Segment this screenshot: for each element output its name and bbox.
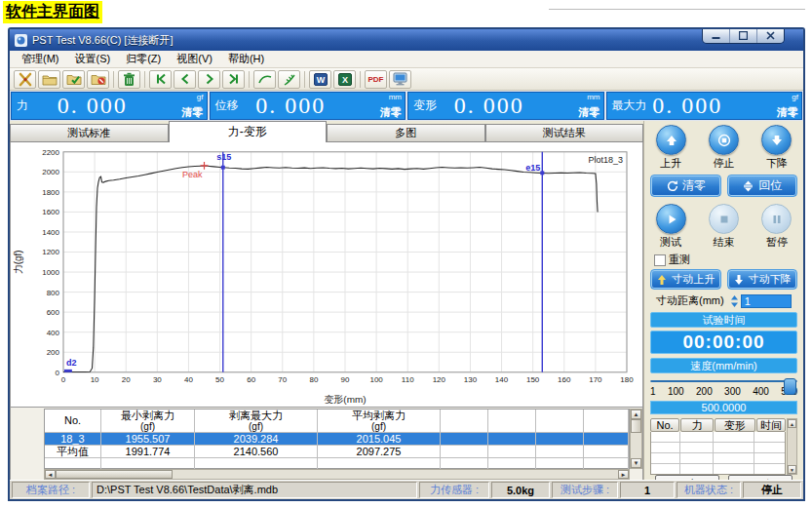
- machine-state-value: 停止: [743, 482, 801, 498]
- table-cell[interactable]: [488, 446, 536, 458]
- motion-stop-button[interactable]: [709, 125, 739, 155]
- move-down-label: 下降: [766, 156, 788, 171]
- table-cell[interactable]: [584, 446, 629, 458]
- deformation-zero-button[interactable]: 清零: [579, 106, 600, 118]
- zero-button[interactable]: 清零: [650, 175, 721, 197]
- tools-button[interactable]: [14, 70, 36, 89]
- inch-distance-input[interactable]: 1: [741, 294, 792, 308]
- home-button[interactable]: 回位: [727, 175, 798, 197]
- tab-test-standard[interactable]: 测试标准: [10, 124, 169, 142]
- slider-thumb[interactable]: [784, 378, 796, 395]
- down-arrow-icon: [770, 134, 784, 147]
- test-pause-button[interactable]: [761, 204, 792, 234]
- last-record-button[interactable]: [222, 70, 245, 89]
- speed-slider[interactable]: [650, 380, 797, 382]
- table-cell[interactable]: [536, 446, 584, 458]
- minimize-button[interactable]: [703, 29, 730, 43]
- scroll-down-icon[interactable]: ▼: [631, 458, 641, 468]
- scroll-up-icon[interactable]: ▲: [788, 419, 796, 428]
- app-window: PST Test V8.66(C) [连接断开] 管理(M) 设置(S) 归零(…: [8, 27, 805, 501]
- move-down-button[interactable]: [761, 125, 792, 155]
- test-start-button[interactable]: [656, 204, 686, 234]
- pause-icon: [770, 213, 784, 226]
- table-cell[interactable]: [536, 433, 584, 446]
- points-col-deformation[interactable]: 变形: [715, 418, 755, 432]
- tab-multi-plot[interactable]: 多图: [327, 124, 485, 142]
- points-col-force[interactable]: 力: [680, 418, 714, 432]
- svg-text:130: 130: [464, 375, 478, 384]
- excel-export-button[interactable]: X: [333, 70, 356, 89]
- svg-text:2200: 2200: [42, 148, 59, 157]
- table-cell[interactable]: 2015.045: [318, 433, 441, 446]
- scroll-down-icon[interactable]: ▼: [788, 465, 796, 474]
- table-cell[interactable]: 1991.774: [101, 446, 195, 458]
- next-record-icon: [204, 73, 215, 85]
- window-title: PST Test V8.66(C) [连接断开]: [32, 33, 173, 48]
- inch-distance-label: 寸动距离(mm): [656, 293, 724, 308]
- spinner-arrows[interactable]: [730, 294, 739, 308]
- scrollbar-thumb[interactable]: [631, 419, 641, 433]
- tab-test-result[interactable]: 测试结果: [485, 124, 644, 142]
- test-time-header: 试验时间: [650, 312, 797, 328]
- table-cell[interactable]: 18_3: [45, 433, 101, 446]
- table-cell[interactable]: [441, 446, 488, 458]
- table-cell[interactable]: 2097.275: [318, 446, 441, 458]
- menu-view[interactable]: 视图(V): [169, 51, 220, 67]
- horizontal-scrollbar[interactable]: ◄ ►: [44, 469, 630, 480]
- open-file-button[interactable]: [38, 70, 60, 89]
- displacement-zero-button[interactable]: 清零: [380, 106, 402, 118]
- monitor-button[interactable]: [389, 70, 411, 89]
- motion-stop-label: 停止: [714, 156, 735, 171]
- points-col-time[interactable]: 时间: [756, 418, 786, 432]
- menu-help[interactable]: 帮助(H): [220, 51, 272, 67]
- first-record-button[interactable]: [149, 70, 172, 89]
- file-close-button[interactable]: [87, 70, 109, 89]
- retest-checkbox[interactable]: [654, 254, 666, 266]
- scroll-left-icon[interactable]: ◄: [45, 470, 56, 479]
- menu-manage[interactable]: 管理(M): [14, 51, 67, 67]
- delete-record-button[interactable]: [118, 70, 140, 89]
- report-button[interactable]: [278, 70, 300, 89]
- scrollbar-thumb[interactable]: [56, 470, 173, 479]
- menu-zero[interactable]: 归零(Z): [118, 51, 169, 67]
- close-button[interactable]: [757, 29, 784, 43]
- test-end-button[interactable]: [709, 204, 739, 234]
- retest-label: 重测: [669, 253, 690, 267]
- svg-text:Peak: Peak: [182, 170, 203, 179]
- curve-button[interactable]: [253, 70, 276, 89]
- svg-text:1000: 1000: [42, 268, 59, 277]
- cropped-content-edge: [549, 0, 805, 10]
- points-table-scrollbar[interactable]: ▲ ▼: [787, 418, 797, 475]
- table-cell[interactable]: 1955.507: [101, 433, 195, 446]
- fern-icon: [283, 73, 296, 86]
- points-col-no[interactable]: No.: [650, 418, 679, 432]
- menu-settings[interactable]: 设置(S): [67, 51, 119, 67]
- word-export-button[interactable]: W: [309, 70, 331, 89]
- table-cell[interactable]: [441, 433, 488, 446]
- scroll-right-icon[interactable]: ►: [618, 470, 629, 479]
- column-header: 平均剥离力(gf): [318, 410, 441, 433]
- next-record-button[interactable]: [198, 70, 220, 89]
- inch-down-button[interactable]: 寸动下降: [727, 269, 798, 290]
- tab-force-deformation[interactable]: 力-变形: [169, 121, 328, 142]
- svg-text:400: 400: [47, 329, 60, 337]
- column-header: 最小剥离力(gf): [101, 410, 195, 433]
- table-cell[interactable]: 平均值: [45, 446, 101, 458]
- status-bar: 档案路径 : D:\PST Test V8.66\TestData\剥离.mdb…: [10, 480, 803, 499]
- table-cell[interactable]: [584, 433, 629, 446]
- max-force-zero-button[interactable]: 清零: [777, 106, 798, 118]
- folder-delete-icon: [91, 72, 106, 86]
- inch-up-button[interactable]: 寸动上升: [650, 269, 721, 290]
- maximize-button[interactable]: [730, 29, 757, 43]
- table-cell[interactable]: [488, 433, 536, 446]
- max-force-value: 0. 000: [607, 93, 769, 119]
- move-up-button[interactable]: [656, 125, 686, 155]
- scroll-up-icon[interactable]: ▲: [631, 410, 641, 419]
- table-cell[interactable]: 2140.560: [195, 446, 318, 458]
- table-cell[interactable]: 2039.284: [195, 433, 318, 446]
- vertical-scrollbar[interactable]: ▲ ▼: [630, 409, 642, 469]
- file-check-button[interactable]: [62, 70, 85, 89]
- force-zero-button[interactable]: 清零: [182, 106, 204, 118]
- pdf-export-button[interactable]: PDF: [365, 70, 387, 89]
- previous-record-button[interactable]: [174, 70, 196, 89]
